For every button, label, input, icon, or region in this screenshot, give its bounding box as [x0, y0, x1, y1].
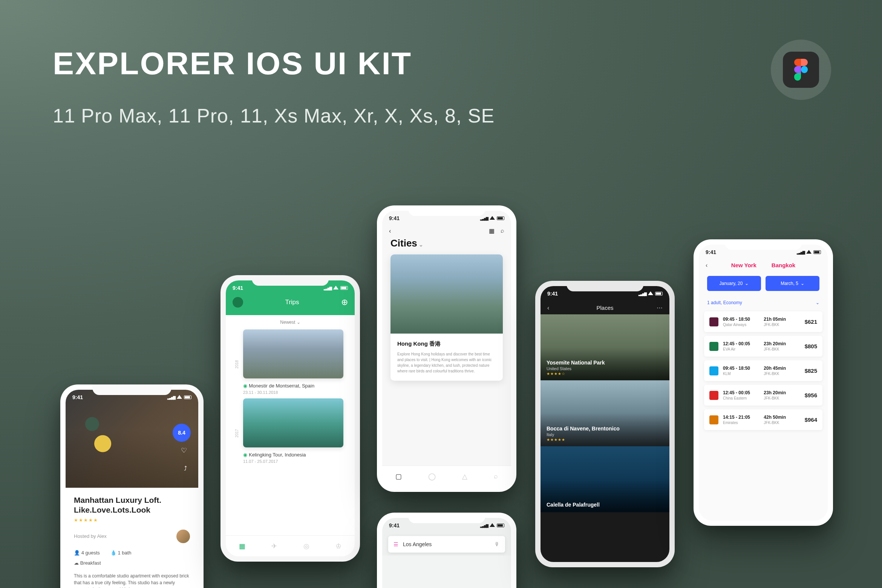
flight-row[interactable]: 09:45 - 18:50KLM 20h 45minJFK-BKK $825	[704, 360, 822, 381]
amenity-breakfast: ☁ Breakfast	[74, 560, 190, 566]
baths-meta: 💧 1 bath	[110, 550, 132, 556]
listing-title: Manhattan Luxury Loft. Like.Love.Lots.Lo…	[74, 495, 190, 515]
place-card[interactable]: Yosemite National Park United States ★★★…	[541, 314, 669, 380]
chevron-down-icon: ⌄	[816, 300, 819, 305]
hero-subtitle: 11 Pro Max, 11 Pro, 11, Xs Max, Xr, X, X…	[53, 104, 495, 127]
place-name: Yosemite National Park	[547, 360, 605, 366]
host-avatar[interactable]	[176, 530, 190, 543]
mic-icon[interactable]: 🎙	[495, 541, 500, 547]
favorite-icon[interactable]: ♡	[181, 446, 187, 455]
trip-year: 2017	[235, 429, 239, 437]
place-name: Calella de Palafrugell	[547, 502, 600, 508]
tab-map-icon[interactable]: ▦	[239, 542, 245, 550]
search-icon[interactable]: ⌕	[501, 227, 504, 234]
map-icon[interactable]: ▦	[489, 227, 495, 234]
phone-map: 9:41 ☰ Los Angeles 🎙	[377, 513, 516, 588]
rating-badge: 8.4	[173, 424, 191, 442]
share-icon[interactable]: ⤴	[184, 465, 187, 472]
tab-bar: ▢ ◯ △ ⌕	[382, 466, 511, 487]
route-to[interactable]: Bangkok	[772, 262, 795, 268]
listing-hero-image: 9:41 8.4 ♡ ⤴	[66, 390, 198, 488]
hero-title-block: EXPLORER IOS UI KIT 11 Pro Max, 11 Pro, …	[53, 45, 495, 127]
flight-price: $825	[805, 368, 817, 374]
trip-location: ◉Kelingking Tour, Indonesia	[243, 452, 343, 458]
chevron-down-icon: ⌄	[801, 281, 804, 286]
tab-plane-icon[interactable]: ✈	[271, 542, 277, 550]
flight-price: $964	[805, 416, 817, 423]
tab-home-icon[interactable]: ▢	[395, 472, 402, 481]
flight-row[interactable]: 09:45 - 18:50Qatar Airways 21h 05minJFK-…	[704, 311, 822, 332]
place-card[interactable]: Calella de Palafrugell	[541, 446, 669, 512]
cities-title[interactable]: Cities⌄	[382, 236, 511, 254]
status-time: 9:41	[72, 394, 83, 400]
map-search-bar[interactable]: ☰ Los Angeles 🎙	[388, 536, 505, 553]
listing-stars: ★★★★★	[74, 518, 190, 523]
tab-bar: ▦ ✈ ◎ ♔	[226, 535, 355, 556]
city-card-desc: Explore Hong Kong holidays and discover …	[397, 351, 496, 374]
sort-dropdown[interactable]: Newest ⌄	[226, 315, 355, 329]
city-card[interactable]: Hong Kong 香港 Explore Hong Kong holidays …	[390, 254, 503, 381]
chevron-down-icon: ⌄	[419, 242, 423, 248]
phone-listing: 9:41 8.4 ♡ ⤴ Manhattan Luxury Loft. Like…	[60, 384, 204, 588]
places-title: Places	[541, 305, 669, 311]
search-value: Los Angeles	[403, 541, 432, 547]
flight-row[interactable]: 14:15 - 21:05Emirates 42h 50minJFK-BKK $…	[704, 409, 822, 430]
airline-logo	[709, 342, 718, 351]
flight-price: $956	[805, 392, 817, 398]
airline-logo	[709, 391, 718, 400]
place-stars: ★★★★★	[547, 438, 620, 442]
place-country: United States	[547, 366, 605, 371]
figma-badge	[771, 40, 831, 100]
tab-trophy-icon[interactable]: ♔	[335, 542, 341, 550]
trips-title: Trips	[285, 299, 299, 306]
map-canvas[interactable]	[382, 556, 511, 588]
trip-card[interactable]: 2017 ◉Kelingking Tour, Indonesia 11.07 -…	[243, 398, 343, 464]
trip-card[interactable]: 2018 ◉Monestir de Montserrat, Spain 23.1…	[243, 329, 343, 395]
trip-year: 2018	[235, 360, 239, 368]
airline-logo	[709, 415, 718, 424]
tab-pin-icon[interactable]: ◎	[303, 542, 309, 550]
host-label: Hosted by Alex	[74, 533, 107, 539]
phone-places: 9:41 ‹ Places ⋯ Yosemite National Park U…	[535, 281, 675, 567]
tab-bell-icon[interactable]: △	[462, 472, 467, 481]
phone-trips: 9:41 Trips ⊕ Newest ⌄ 2018 ◉Monestir de …	[220, 275, 360, 562]
passenger-selector[interactable]: 1 adult, Economy⌄	[699, 296, 828, 311]
airline-logo	[709, 317, 718, 326]
date-to-button[interactable]: March, 5⌄	[766, 276, 819, 291]
menu-icon[interactable]: ☰	[394, 541, 398, 547]
place-stars: ★★★★☆	[547, 372, 605, 376]
date-from-button[interactable]: January, 20⌄	[707, 276, 761, 291]
tab-search-icon[interactable]: ⌕	[494, 472, 498, 480]
profile-avatar[interactable]	[233, 297, 243, 308]
phone-flights: 9:41 ‹ New York Bangkok January, 20⌄ Mar…	[694, 239, 833, 526]
trip-image	[243, 398, 343, 447]
listing-description: This is a comfortable studio apartment w…	[74, 573, 190, 588]
guests-meta: 👤 4 guests	[74, 550, 100, 556]
trip-dates: 23.11 - 30.11.2018	[243, 390, 343, 395]
trip-dates: 11.07 - 25.07.2017	[243, 459, 343, 464]
figma-icon	[783, 52, 819, 88]
city-image	[390, 254, 503, 334]
tab-chat-icon[interactable]: ◯	[428, 472, 436, 481]
back-icon[interactable]: ‹	[706, 262, 707, 269]
phone-cities: 9:41 ‹ ▦ ⌕ Cities⌄ Hong Kong 香港 Explore …	[377, 205, 516, 492]
flight-row[interactable]: 12:45 - 00:05China Eastern 23h 20minJFK-…	[704, 385, 822, 406]
chevron-down-icon: ⌄	[745, 281, 749, 286]
place-country: Italy	[547, 432, 620, 437]
trip-location: ◉Monestir de Montserrat, Spain	[243, 383, 343, 389]
airline-logo	[709, 366, 718, 375]
city-card-title: Hong Kong 香港	[397, 340, 496, 348]
flight-price: $621	[805, 318, 817, 325]
trip-image	[243, 329, 343, 378]
flight-price: $805	[805, 343, 817, 349]
hero-title: EXPLORER IOS UI KIT	[53, 45, 495, 82]
place-name: Bocca di Navene, Brentonico	[547, 426, 620, 432]
add-trip-icon[interactable]: ⊕	[341, 297, 348, 307]
pin-icon: ◉	[243, 383, 247, 389]
back-icon[interactable]: ‹	[389, 228, 391, 234]
route-from[interactable]: New York	[731, 262, 756, 268]
pin-icon: ◉	[243, 452, 247, 458]
place-card[interactable]: Bocca di Navene, Brentonico Italy ★★★★★	[541, 380, 669, 446]
flight-row[interactable]: 12:45 - 00:05EVA Air 23h 20minJFK-BKK $8…	[704, 336, 822, 357]
